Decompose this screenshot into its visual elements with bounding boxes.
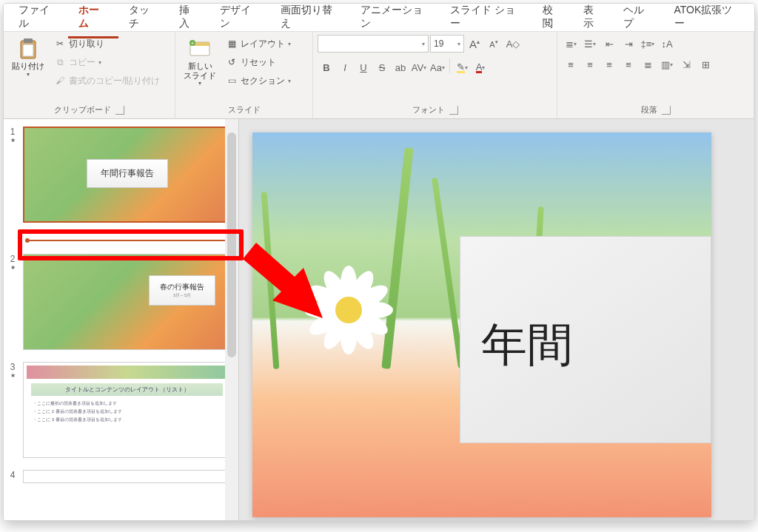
chevron-down-icon: ▾: [27, 71, 30, 78]
chevron-down-icon: ▾: [423, 64, 426, 71]
svg-text:+: +: [191, 40, 195, 47]
slide-thumbnail-1[interactable]: 年間行事報告: [23, 127, 231, 223]
bullets-icon: ≣: [566, 38, 574, 50]
chevron-down-icon: ▾: [198, 80, 201, 87]
numbering-icon: ☰: [584, 38, 593, 50]
justify-button[interactable]: ≡: [620, 55, 637, 73]
slides-group-label: スライド: [228, 104, 261, 115]
align-text-button[interactable]: ⇲: [677, 55, 695, 73]
slide-panel: 1★ 年間行事報告 2★ 春の行事報告 3月～5月: [4, 119, 239, 520]
flower-decoration: [304, 266, 393, 354]
thumb-decoration: [27, 366, 227, 379]
slide-thumbnail-4[interactable]: [23, 470, 231, 483]
copy-icon: ⧉: [54, 56, 66, 68]
chevron-down-icon: ▾: [457, 41, 460, 47]
bullets-button[interactable]: ≣▾: [562, 35, 580, 53]
slide-number: 2★: [7, 254, 19, 350]
scissors-icon: ✂: [54, 38, 66, 50]
decrease-font-button[interactable]: A▾: [485, 35, 503, 53]
font-size-value: 19: [434, 38, 443, 49]
font-color-button[interactable]: A▾: [472, 58, 489, 76]
copy-button[interactable]: ⧉ コピー ▾: [51, 53, 163, 71]
current-slide[interactable]: 年間: [252, 132, 711, 517]
ribbon: 貼り付け ▾ ✂ 切り取り ⧉ コピー ▾ 🖌 書式のコピー/貼: [4, 32, 754, 119]
font-group-label: フォント: [412, 104, 445, 115]
smartart-icon: ⊞: [702, 59, 710, 70]
chevron-down-icon: ▾: [670, 61, 673, 68]
slide-title-placeholder[interactable]: 年間: [460, 236, 711, 443]
increase-indent-icon: ⇥: [625, 38, 633, 50]
columns-button[interactable]: ▥▾: [658, 55, 676, 73]
slide-thumbnail-3[interactable]: タイトルとコンテンツのレイアウト（リスト） ・ここに最初の箇条書き項目を追加しま…: [23, 362, 231, 458]
underline-button[interactable]: U: [355, 58, 372, 76]
highlight-button[interactable]: ✎▾: [453, 58, 471, 76]
font-family-combo[interactable]: ▾: [318, 35, 429, 53]
font-size-combo[interactable]: 19 ▾: [430, 35, 464, 53]
highlight-icon: ✎: [457, 61, 465, 73]
decrease-indent-button[interactable]: ⇤: [600, 35, 618, 53]
dialog-launcher-icon[interactable]: [115, 106, 124, 115]
paste-icon: [16, 38, 41, 60]
section-icon: ▭: [226, 75, 238, 87]
reset-button[interactable]: ↺ リセット: [223, 53, 294, 71]
chevron-down-icon: ▾: [651, 41, 654, 47]
slide-number: 3★: [7, 362, 19, 458]
thumb-scrollbar[interactable]: [225, 119, 238, 520]
cut-button[interactable]: ✂ 切り取り: [51, 35, 163, 53]
clear-format-button[interactable]: A◇: [504, 35, 522, 53]
paste-label: 貼り付け: [12, 61, 44, 71]
separator: [449, 58, 450, 73]
strike-button[interactable]: S: [373, 58, 391, 76]
line-spacing-button[interactable]: ‡≡▾: [639, 35, 657, 53]
new-slide-label: 新しいスライド: [184, 61, 216, 80]
text-shadow-icon: ab: [395, 62, 406, 73]
underline-icon: U: [360, 62, 366, 73]
thumb-title: 春の行事報告 3月～5月: [149, 275, 215, 306]
align-center-icon: ≡: [587, 59, 593, 70]
italic-button[interactable]: I: [336, 58, 354, 76]
increase-font-button[interactable]: A▴: [466, 35, 483, 53]
increase-indent-button[interactable]: ⇥: [620, 35, 637, 53]
text-direction-icon: ↕A: [661, 38, 672, 50]
text-direction-button[interactable]: ↕A: [658, 35, 676, 53]
slide-number: 4: [7, 470, 19, 483]
justify-icon: ≡: [625, 59, 631, 70]
font-color-icon: A: [476, 61, 483, 73]
bold-icon: B: [323, 62, 329, 73]
change-case-button[interactable]: Aa▾: [429, 58, 446, 76]
smartart-button[interactable]: ⊞: [697, 55, 714, 73]
paste-button[interactable]: 貼り付け ▾: [8, 35, 48, 81]
bold-button[interactable]: B: [318, 58, 335, 76]
thumb-bullets: ・ここに最初の箇条書き項目を追加します ・ここに 2 番目の箇条書き項目を追加し…: [33, 400, 122, 423]
section-button[interactable]: ▭ セクション ▾: [223, 72, 294, 90]
chevron-down-icon: ▾: [288, 41, 291, 47]
dialog-launcher-icon[interactable]: [662, 106, 671, 115]
numbering-button[interactable]: ☰▾: [581, 35, 599, 53]
align-left-button[interactable]: ≡: [562, 55, 580, 73]
change-case-icon: Aa: [430, 62, 442, 73]
thumb-title: 年間行事報告: [87, 159, 168, 188]
slide-title-text: 年間: [481, 314, 573, 376]
char-spacing-button[interactable]: AV▾: [410, 58, 428, 76]
shadow-button[interactable]: ab: [392, 58, 409, 76]
align-right-button[interactable]: ≡: [600, 55, 618, 73]
scrollbar-thumb[interactable]: [227, 132, 236, 357]
slide-canvas-area: 年間: [239, 119, 754, 520]
align-center-button[interactable]: ≡: [581, 55, 599, 73]
distribute-button[interactable]: ≣: [639, 55, 657, 73]
format-painter-button[interactable]: 🖌 書式のコピー/貼り付け: [51, 72, 163, 90]
slide-thumbnail-2[interactable]: 春の行事報告 3月～5月: [23, 254, 231, 350]
chevron-down-icon: ▾: [593, 41, 596, 47]
decrease-indent-icon: ⇤: [606, 38, 614, 50]
chevron-down-icon: ▾: [482, 64, 485, 71]
columns-icon: ▥: [661, 59, 670, 70]
reset-icon: ↺: [226, 56, 238, 68]
new-slide-icon: +: [187, 38, 212, 60]
chevron-down-icon: ▾: [422, 41, 425, 47]
layout-button[interactable]: ▦ レイアウト ▾: [223, 35, 294, 53]
increase-font-icon: A▴: [469, 38, 480, 50]
char-spacing-icon: AV: [412, 62, 423, 73]
new-slide-button[interactable]: + 新しいスライド ▾: [180, 35, 220, 90]
dialog-launcher-icon[interactable]: [449, 106, 458, 115]
clipboard-group-label: クリップボード: [54, 104, 111, 115]
